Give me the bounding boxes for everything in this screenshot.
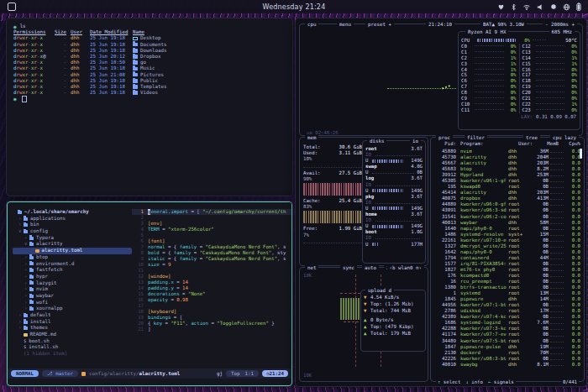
ls-permissions: drwxr-xr-x: [13, 48, 50, 54]
tree-item-label: environment.d: [36, 261, 74, 268]
btop-window[interactable]: cpu menu preset + 21:24:10 BAT▲ 98% 3.10…: [296, 18, 586, 386]
process-row[interactable]: 1847pipewire-pulsedhh19M0.0: [433, 344, 582, 350]
tree-item[interactable]: ›wofi: [13, 300, 132, 306]
process-row[interactable]: 42389kworker/u97:4-kcroot0B0.0: [433, 314, 582, 320]
cpu-total-meter: [477, 39, 516, 42]
bluetooth-icon[interactable]: [511, 3, 517, 11]
process-row[interactable]: 42288kworker/u97:3-kcroot0B0.0: [433, 326, 582, 332]
update-icon[interactable]: [497, 3, 505, 11]
process-row[interactable]: 1577irq/81-PIXA3854:root0B0.0: [433, 261, 582, 267]
net-interface[interactable]: ‹b wlan0 n›: [387, 264, 424, 271]
wifi-icon[interactable]: [522, 3, 531, 11]
volume-icon[interactable]: [537, 3, 544, 11]
proc-footer-action[interactable]: ↓ info: [465, 379, 483, 384]
process-row[interactable]: 44956kworker/u97:1-btroot0B0.0: [433, 302, 582, 308]
battery-icon[interactable]: [576, 3, 581, 11]
tree-item[interactable]: (1 hidden item): [13, 351, 132, 358]
ls-user: dhh: [71, 54, 86, 60]
preset-button[interactable]: preset +: [365, 21, 394, 28]
process-row[interactable]: 45889nvimdhh36M0.0: [433, 149, 582, 154]
process-row[interactable]: 1327dmcrypt_write/25root0B0.0: [433, 243, 582, 249]
process-row[interactable]: 2130dockerdroot70M0.0: [433, 350, 582, 356]
proc-footer-action[interactable]: ← signals: [488, 379, 514, 384]
process-row[interactable]: 31541kworker/u96:2-coroot0B0.0: [433, 214, 582, 220]
process-row[interactable]: 45305kworker/u96:1-gfroot0B0.0: [433, 178, 582, 184]
process-row[interactable]: 39912Hyprlanddhh253M0.0: [433, 172, 582, 178]
tree-item[interactable]: ~/.local/share/omarchy: [13, 209, 132, 216]
process-row[interactable]: 45683btopdhh8.2M0.0: [433, 166, 582, 172]
disks-box-title[interactable]: disks: [367, 138, 386, 144]
tree-item[interactable]: ›fastfetch: [13, 267, 132, 274]
process-row[interactable]: 1systemdroot13M0.0: [433, 290, 582, 296]
tree-item[interactable]: ›btop: [13, 254, 132, 261]
process-row[interactable]: 195kswapd0root0B0.0: [433, 184, 582, 190]
tree-item[interactable]: ›hypr: [13, 274, 132, 280]
cpu-temp: 50°C: [565, 38, 577, 43]
process-row[interactable]: 34489kworker/u97:5-btroot0B0.0: [433, 338, 582, 344]
process-row[interactable]: 40010swaybgdhh8.1M0.0: [433, 362, 582, 368]
code-line: 7normal = { family = "CaskaydiaMono Nerd…: [132, 244, 291, 250]
process-row[interactable]: 22161kworker/u97:10-eroot0B0.0: [433, 238, 582, 243]
cpu-box-title[interactable]: cpu: [305, 21, 318, 28]
tree-item-label: (1 hidden item): [24, 351, 67, 358]
menu-button[interactable]: menu: [337, 21, 354, 28]
process-row[interactable]: 41174kworker/u97:7-evroot0B0.0: [433, 332, 582, 337]
terminal-window-ls[interactable]: ◉ ls Permissions Size User Date Modified…: [7, 18, 292, 196]
record-icon[interactable]: [550, 3, 557, 10]
process-row[interactable]: 1640napi/phy0-0root0B0.0: [433, 226, 582, 232]
tree-item[interactable]: ∨config: [13, 228, 132, 235]
disks-io-toggle[interactable]: io: [410, 138, 421, 144]
process-row[interactable]: 1486systemd-resolvesyst+15M0.0: [433, 232, 582, 238]
process-row[interactable]: 1794containerdroot44M0.0: [433, 255, 582, 261]
branch-icon: ⎇: [47, 371, 53, 376]
tree-item[interactable]: ›applications: [13, 216, 132, 222]
process-row[interactable]: 2786udisksdroot17M0.0: [433, 308, 582, 314]
mem-box-title[interactable]: mem: [305, 134, 318, 141]
tree-item[interactable]: ›install: [13, 319, 132, 326]
net-sync-toggle[interactable]: sync: [340, 264, 357, 271]
tree-item[interactable]: ›waybar: [13, 293, 132, 300]
tree-item[interactable]: $boot.sh: [13, 338, 132, 345]
editor-pane[interactable]: 1general.import = [ "~/.config/omarchy/c…: [132, 202, 291, 368]
process-row[interactable]: 40013waybardhh58M0.0: [433, 220, 582, 226]
net-box-title[interactable]: net: [305, 264, 318, 271]
refresh-interval[interactable]: - 2000ms +: [543, 21, 577, 28]
tree-item[interactable]: $install.sh: [13, 344, 132, 351]
tree-item[interactable]: ›xournalpp: [13, 306, 132, 312]
tree-item[interactable]: ›default: [13, 312, 132, 319]
tree-item[interactable]: ›nvim: [13, 286, 132, 293]
cpu-core-row: C170%: [520, 72, 580, 78]
process-row[interactable]: 1845pipewiredhh14M0.0: [433, 296, 582, 302]
download-arrow-icon: ▼: [364, 295, 370, 301]
nvim-window[interactable]: ~/.local/share/omarchy›applications›bin∨…: [7, 201, 292, 386]
process-row[interactable]: 1686systemd-logindroot7.6M0.0: [433, 320, 582, 326]
process-row[interactable]: 1642napi/phy0-0root0B0.0: [433, 249, 582, 255]
process-row[interactable]: 42226kworker/u98:3-btroot0B0.0: [433, 356, 582, 362]
tree-item[interactable]: ›environment.d: [13, 261, 132, 268]
language-globe-icon[interactable]: [563, 3, 570, 11]
system-tray: [497, 0, 581, 13]
process-row[interactable]: 1380btrfs-transactioroot0B0.0: [433, 285, 582, 290]
tree-item[interactable]: README.md: [13, 332, 132, 338]
process-row[interactable]: 45414alacrittydhh203M0.0: [433, 190, 582, 196]
tree-item[interactable]: ∨alacritty: [13, 241, 132, 248]
tree-item[interactable]: ›themes: [13, 325, 132, 332]
process-row[interactable]: 16rcu_preemptroot0B0.0: [433, 279, 582, 285]
tree-item-label: boot.sh: [29, 338, 49, 345]
process-row[interactable]: 45730alacrittydhh204M0.0: [433, 154, 582, 160]
folder-icon: [133, 49, 138, 53]
statusline: NORMAL ⎇ master config/alacritty/alacrit…: [8, 368, 291, 379]
proc-footer-action[interactable]: ↑ select: [438, 379, 460, 384]
tree-item[interactable]: ›lazygit: [13, 280, 132, 287]
process-row[interactable]: 43091kworker/u96:3-sdroot0B0.0: [433, 207, 582, 213]
tree-item[interactable]: alacritty.toml: [13, 248, 132, 254]
process-row[interactable]: 176kcompactd0root0B0.0: [433, 273, 582, 279]
tree-item[interactable]: ›Typora: [13, 235, 132, 242]
process-row[interactable]: 40075dropboxdhh413M0.0: [433, 196, 582, 201]
net-auto-toggle[interactable]: auto: [362, 264, 379, 271]
ls-row: drwxr-xr-x-dhh25 Jun 19:18Desktop: [13, 35, 286, 41]
tree-item[interactable]: ›bin: [13, 222, 132, 228]
process-row[interactable]: 45667alacrittydhh203M0.0: [433, 160, 582, 166]
process-row[interactable]: 1827mt76-tx phy0root0B0.0: [433, 267, 582, 273]
process-row[interactable]: 44889kworker/u96:0-gfroot0B0.0: [433, 201, 582, 207]
